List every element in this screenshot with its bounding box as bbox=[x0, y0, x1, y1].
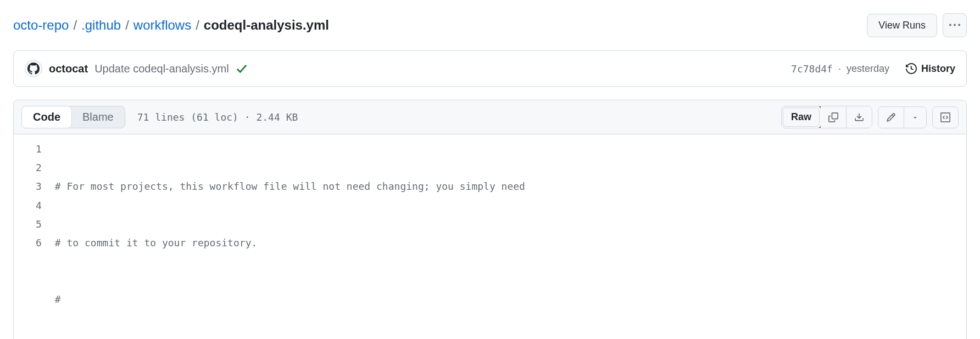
caret-down-icon bbox=[912, 114, 918, 121]
code-line: # bbox=[55, 290, 525, 309]
commit-message[interactable]: Update codeql-analysis.yml bbox=[94, 63, 229, 75]
raw-highlight: Raw bbox=[781, 106, 822, 128]
line-number[interactable]: 5 bbox=[36, 215, 42, 234]
file-box: Code Blame 71 lines (61 loc) · 2.44 KB R… bbox=[13, 100, 967, 339]
file-toolbar: Code Blame 71 lines (61 loc) · 2.44 KB R… bbox=[14, 100, 966, 134]
breadcrumb-path-github[interactable]: .github bbox=[81, 18, 121, 33]
commit-right: 7c78d4f · yesterday History bbox=[791, 63, 955, 75]
line-number[interactable]: 1 bbox=[36, 140, 42, 159]
breadcrumb-sep: / bbox=[196, 18, 199, 33]
dot-separator: · bbox=[838, 63, 841, 75]
breadcrumb-repo[interactable]: octo-repo bbox=[13, 18, 69, 33]
file-info: 71 lines (61 loc) · 2.44 KB bbox=[137, 111, 298, 123]
history-label: History bbox=[921, 63, 955, 75]
symbols-group bbox=[932, 106, 959, 128]
more-options-button[interactable] bbox=[943, 13, 967, 37]
code-square-icon bbox=[940, 112, 950, 122]
line-numbers: 1 2 3 4 5 6 bbox=[14, 140, 55, 339]
edit-dropdown-button[interactable] bbox=[904, 107, 926, 128]
code-line: # For most projects, this workflow file … bbox=[55, 177, 525, 196]
history-icon bbox=[906, 63, 917, 74]
commit-sha[interactable]: 7c78d4f bbox=[791, 63, 833, 75]
tab-blame[interactable]: Blame bbox=[71, 106, 125, 128]
octocat-icon bbox=[27, 63, 40, 75]
breadcrumb-sep: / bbox=[125, 18, 129, 33]
breadcrumb-path-workflows[interactable]: workflows bbox=[133, 18, 191, 33]
header-actions: View Runs bbox=[867, 13, 967, 37]
download-button[interactable] bbox=[847, 106, 872, 128]
toolbar-right: Raw bbox=[781, 106, 959, 128]
toolbar-left: Code Blame 71 lines (61 loc) · 2.44 KB bbox=[21, 106, 298, 128]
avatar[interactable] bbox=[25, 60, 42, 77]
breadcrumb: octo-repo / .github / workflows / codeql… bbox=[13, 18, 329, 33]
tab-group: Code Blame bbox=[21, 106, 125, 128]
breadcrumb-sep: / bbox=[73, 18, 77, 33]
line-number[interactable]: 6 bbox=[36, 234, 42, 252]
raw-copy-download-group: Raw bbox=[781, 106, 872, 128]
edit-group bbox=[878, 106, 927, 128]
kebab-icon bbox=[949, 20, 960, 31]
code-lines[interactable]: # For most projects, this workflow file … bbox=[55, 140, 525, 339]
code-area: 1 2 3 4 5 6 # For most projects, this wo… bbox=[14, 134, 966, 339]
line-number[interactable]: 2 bbox=[36, 159, 42, 177]
edit-button[interactable] bbox=[878, 107, 904, 128]
view-runs-button[interactable]: View Runs bbox=[867, 14, 937, 37]
commit-author[interactable]: octocat bbox=[49, 63, 88, 75]
commit-left: octocat Update codeql-analysis.yml bbox=[25, 60, 248, 77]
pencil-icon bbox=[886, 112, 896, 122]
line-number[interactable]: 4 bbox=[36, 196, 42, 215]
download-icon bbox=[854, 112, 864, 122]
symbols-button[interactable] bbox=[933, 107, 958, 128]
commit-time: yesterday bbox=[847, 63, 889, 75]
tab-code[interactable]: Code bbox=[21, 106, 72, 128]
code-line: # to commit it to your repository. bbox=[55, 234, 525, 252]
header-row: octo-repo / .github / workflows / codeql… bbox=[13, 13, 967, 37]
history-link[interactable]: History bbox=[906, 63, 955, 75]
raw-button[interactable]: Raw bbox=[783, 108, 820, 127]
check-icon[interactable] bbox=[236, 63, 248, 75]
line-number[interactable]: 3 bbox=[36, 177, 42, 196]
copy-icon bbox=[828, 112, 838, 122]
copy-button[interactable] bbox=[821, 106, 847, 128]
breadcrumb-file: codeql-analysis.yml bbox=[204, 18, 329, 33]
commit-info-box: octocat Update codeql-analysis.yml 7c78d… bbox=[13, 50, 967, 87]
